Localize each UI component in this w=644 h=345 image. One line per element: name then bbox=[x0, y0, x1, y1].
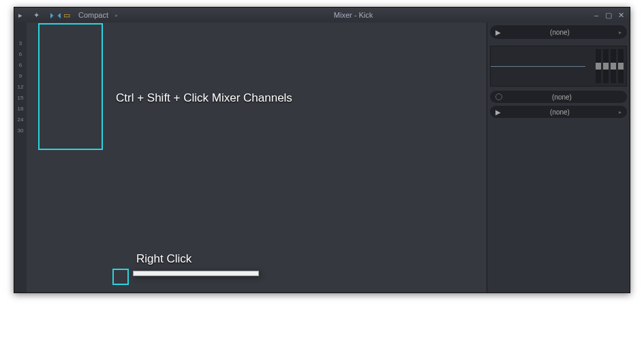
titlebar: ▸ ✦ ⏵⏴ ▭ Compact ▸ Mixer - Kick – ▢ ✕ bbox=[14, 7, 630, 22]
scale-mark: 3 bbox=[19, 40, 22, 51]
level-scale: 36691215182430 bbox=[14, 22, 27, 292]
window-title: Mixer - Kick bbox=[334, 11, 373, 19]
menu-arrow-icon[interactable]: ▸ bbox=[18, 11, 27, 19]
minimize-button[interactable]: – bbox=[592, 10, 601, 20]
input-selector[interactable]: ▶(none)▸ bbox=[490, 25, 627, 39]
view-mode-label[interactable]: Compact bbox=[78, 11, 108, 19]
restore-button[interactable]: ▢ bbox=[604, 10, 613, 20]
eq-display[interactable] bbox=[490, 46, 627, 87]
snap-icon[interactable]: ⏵⏴ bbox=[48, 11, 57, 19]
fx-panel: ▶(none)▸ (none) ▶(none)▸ bbox=[487, 22, 630, 292]
scale-mark: 24 bbox=[18, 117, 24, 127]
scale-mark: 30 bbox=[18, 127, 24, 138]
context-menu bbox=[133, 271, 259, 276]
close-button[interactable]: ✕ bbox=[616, 10, 626, 20]
scale-mark: 12 bbox=[18, 84, 24, 95]
scale-mark: 6 bbox=[19, 51, 22, 62]
scale-mark: 15 bbox=[18, 95, 24, 106]
scale-mark: 18 bbox=[18, 106, 24, 117]
mixer-window: ▸ ✦ ⏵⏴ ▭ Compact ▸ Mixer - Kick – ▢ ✕ 36… bbox=[14, 7, 630, 293]
bird-icon[interactable]: ✦ bbox=[33, 11, 42, 19]
view-icon[interactable]: ▭ bbox=[63, 11, 72, 19]
view-dropdown-icon[interactable]: ▸ bbox=[115, 12, 118, 18]
scale-mark: 6 bbox=[19, 62, 22, 73]
output-selector[interactable]: ▶(none)▸ bbox=[490, 106, 627, 118]
scale-mark: 9 bbox=[19, 73, 22, 84]
tracks-area bbox=[27, 22, 487, 292]
time-selector[interactable]: (none) bbox=[490, 91, 627, 103]
